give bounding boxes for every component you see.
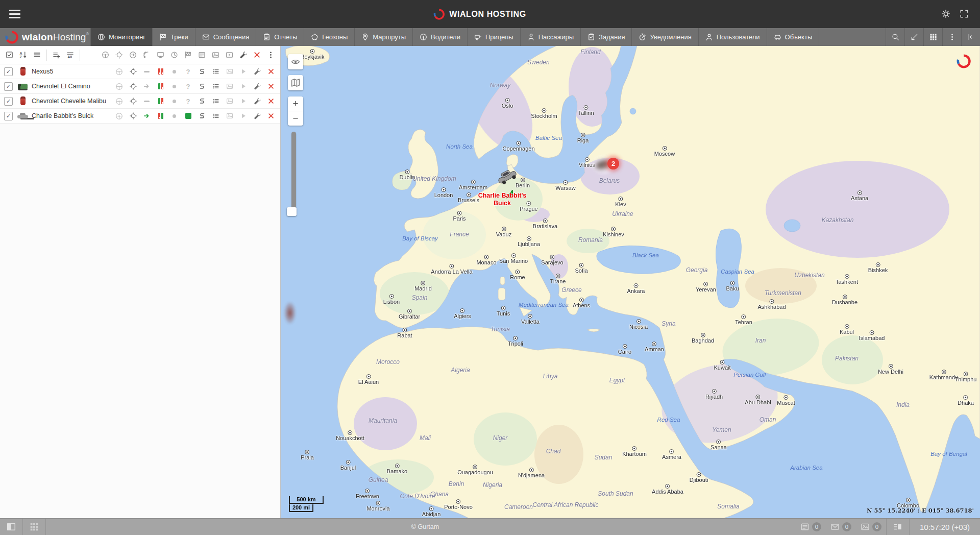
unit-driver-icon[interactable]: [112, 94, 126, 108]
tab-geofence[interactable]: Геозоны: [304, 28, 355, 46]
unit-state-icon[interactable]: ?: [181, 94, 195, 108]
map-layers-button[interactable]: [288, 75, 303, 90]
tab-flag[interactable]: Треки: [153, 28, 195, 46]
show-all-units[interactable]: [63, 48, 77, 62]
dotsv-button[interactable]: [942, 28, 961, 46]
col-photo[interactable]: [209, 48, 223, 62]
col-follow[interactable]: [126, 48, 140, 62]
map-area[interactable]: ReykjavikOsloStockholmTallinnRigaMoscowC…: [281, 46, 980, 518]
unit-remove-icon[interactable]: [264, 109, 278, 123]
notifications-counter[interactable]: 0: [796, 522, 826, 531]
zoom-in-button[interactable]: +: [288, 96, 303, 111]
unit-state-icon[interactable]: ?: [181, 80, 195, 93]
unit-connection-icon[interactable]: [167, 109, 181, 123]
unit-location-icon[interactable]: [126, 80, 140, 93]
unit-remove-icon[interactable]: [264, 65, 278, 78]
toolbar-menu[interactable]: [264, 48, 278, 62]
unit-commands-icon[interactable]: [195, 80, 209, 93]
unit-photo-icon[interactable]: [223, 94, 236, 108]
unit-name[interactable]: Chevrolet Chevelle Malibu: [32, 98, 106, 105]
col-location[interactable]: [112, 48, 126, 62]
unit-properties-icon[interactable]: [209, 94, 223, 108]
unit-map-label[interactable]: Charlie Babbit's Buick: [472, 192, 533, 207]
unit-settings-wrench-icon[interactable]: [250, 109, 264, 123]
unit-playback-icon[interactable]: [236, 80, 250, 93]
brand-logo[interactable]: wialonHosting®: [0, 28, 91, 46]
unit-settings-wrench-icon[interactable]: [250, 80, 264, 93]
unit-remove-icon[interactable]: [264, 94, 278, 108]
unit-data-accuracy-icon[interactable]: [154, 80, 167, 93]
unit-vehicle-icon[interactable]: [17, 111, 29, 121]
tab-mail[interactable]: Сообщения: [195, 28, 257, 46]
bottom-panel-button[interactable]: [887, 522, 909, 531]
zoom-out-button[interactable]: −: [288, 111, 303, 126]
tab-globe[interactable]: Мониторинг: [91, 28, 153, 46]
list-view[interactable]: [30, 48, 44, 62]
toggle-panel-button[interactable]: [0, 522, 22, 531]
sort-az[interactable]: [16, 48, 30, 62]
unit-data-accuracy-icon[interactable]: [154, 109, 167, 123]
col-video[interactable]: [223, 48, 236, 62]
unit-driver-icon[interactable]: [112, 65, 126, 78]
tab-person[interactable]: Пассажиры: [521, 28, 581, 46]
media-counter[interactable]: 0: [856, 522, 886, 531]
unit-driver-icon[interactable]: [112, 109, 126, 123]
unit-photo-icon[interactable]: [223, 80, 236, 93]
map-visibility-eye-button[interactable]: [288, 54, 303, 69]
unit-properties-icon[interactable]: [209, 65, 223, 78]
tab-clipboard[interactable]: Задания: [581, 28, 632, 46]
unit-commands-icon[interactable]: [195, 65, 209, 78]
tab-user[interactable]: Пользователи: [699, 28, 767, 46]
unit-connection-icon[interactable]: [167, 94, 181, 108]
tab-trailer[interactable]: Прицепы: [468, 28, 521, 46]
tab-timer[interactable]: Уведомления: [632, 28, 698, 46]
col-messages[interactable]: [195, 48, 209, 62]
col-motion[interactable]: [181, 48, 195, 62]
tab-car[interactable]: Объекты: [767, 28, 820, 46]
unit-connection-icon[interactable]: [167, 80, 181, 93]
unit-checkbox[interactable]: [4, 97, 13, 106]
unit-data-accuracy-icon[interactable]: [154, 94, 167, 108]
unit-checkbox[interactable]: [4, 112, 13, 120]
unit-motion-icon[interactable]: [140, 80, 154, 93]
settings-gear-icon[interactable]: [941, 9, 950, 18]
unit-photo-icon[interactable]: [223, 109, 236, 123]
tab-steering[interactable]: Водители: [413, 28, 468, 46]
ruler-button[interactable]: [904, 28, 923, 46]
unit-remove-icon[interactable]: [264, 80, 278, 93]
unit-location-icon[interactable]: [126, 94, 140, 108]
unit-connection-icon[interactable]: [167, 65, 181, 78]
unit-checkbox[interactable]: [4, 67, 13, 76]
unit-location-icon[interactable]: [126, 109, 140, 123]
col-satellites[interactable]: [140, 48, 154, 62]
grid-button[interactable]: [923, 28, 942, 46]
unit-vehicle-icon[interactable]: [17, 81, 29, 91]
col-driver[interactable]: [99, 48, 112, 62]
unit-settings-wrench-icon[interactable]: [250, 65, 264, 78]
unit-checkbox[interactable]: [4, 82, 13, 91]
unit-vehicle-icon[interactable]: [17, 96, 29, 106]
unit-cluster-badge[interactable]: 2: [607, 158, 619, 169]
unit-state-icon[interactable]: ?: [181, 65, 195, 78]
hamburger-menu-icon[interactable]: [9, 10, 20, 18]
fullscreen-icon[interactable]: [960, 9, 969, 18]
unit-properties-icon[interactable]: [209, 109, 223, 123]
unit-motion-icon[interactable]: [140, 65, 154, 78]
unit-name[interactable]: Chevrolet El Camino: [32, 83, 90, 90]
unit-location-icon[interactable]: [126, 65, 140, 78]
col-properties[interactable]: [236, 48, 250, 62]
unit-motion-icon[interactable]: [140, 109, 154, 123]
unit-motion-icon[interactable]: [140, 94, 154, 108]
col-remove[interactable]: [250, 48, 264, 62]
col-actuality[interactable]: [167, 48, 181, 62]
unit-photo-icon[interactable]: [223, 65, 236, 78]
search-button[interactable]: [886, 28, 904, 46]
select-all-checkbox[interactable]: [3, 48, 16, 62]
zoom-slider-track[interactable]: [291, 132, 296, 214]
unit-name[interactable]: Charlie Babbit's Buick: [32, 112, 93, 119]
col-connection[interactable]: [154, 48, 167, 62]
unit-playback-icon[interactable]: [236, 65, 250, 78]
apps-grid-button[interactable]: [23, 522, 45, 531]
unit-state-icon[interactable]: [181, 109, 195, 123]
unit-data-accuracy-icon[interactable]: [154, 65, 167, 78]
